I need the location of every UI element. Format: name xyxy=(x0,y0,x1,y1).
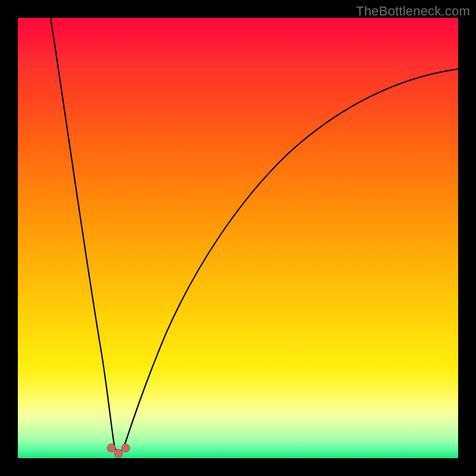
curve-layer xyxy=(18,18,458,458)
min-marker xyxy=(114,449,123,458)
min-marker xyxy=(121,444,130,452)
plot-area xyxy=(18,18,458,458)
watermark-text: TheBottleneck.com xyxy=(356,4,470,19)
bottleneck-curve xyxy=(51,18,458,453)
min-marker xyxy=(107,444,115,452)
min-markers xyxy=(107,444,130,458)
chart-frame: TheBottleneck.com xyxy=(0,0,476,476)
